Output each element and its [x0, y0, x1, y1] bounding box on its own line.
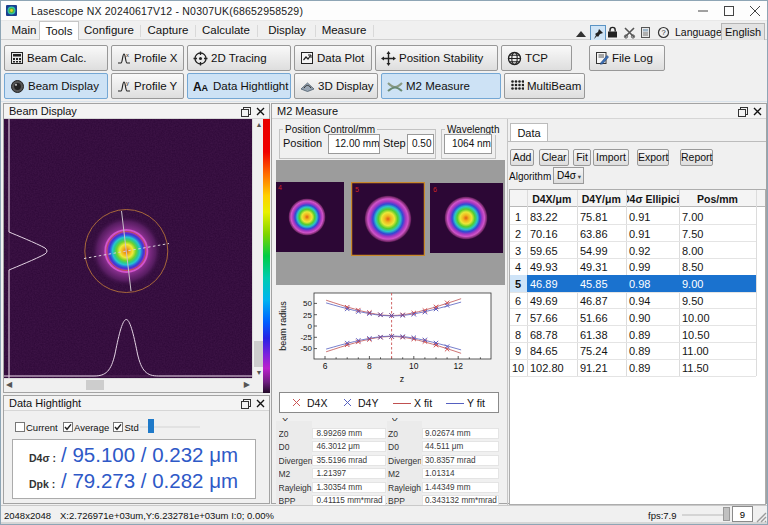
svg-text:-50: -50: [300, 344, 312, 353]
svg-text:4: 4: [278, 184, 282, 191]
svg-text:0: 0: [308, 322, 313, 331]
svg-text:z: z: [400, 374, 405, 384]
svg-text:8: 8: [367, 361, 372, 371]
svg-text:5: 5: [355, 186, 359, 193]
svg-text:6: 6: [323, 361, 328, 371]
svg-text:beam radius: beam radius: [278, 301, 288, 351]
svg-text:50: 50: [303, 299, 312, 308]
svg-text:A: A: [202, 83, 209, 93]
svg-text:y: y: [126, 80, 129, 86]
svg-text:25: 25: [303, 311, 312, 320]
svg-text:10: 10: [409, 361, 419, 371]
svg-text:?: ?: [661, 28, 665, 37]
svg-text:x: x: [126, 52, 129, 58]
svg-text:-25: -25: [300, 333, 312, 342]
svg-text:12: 12: [453, 361, 463, 371]
svg-text:6: 6: [433, 186, 437, 193]
